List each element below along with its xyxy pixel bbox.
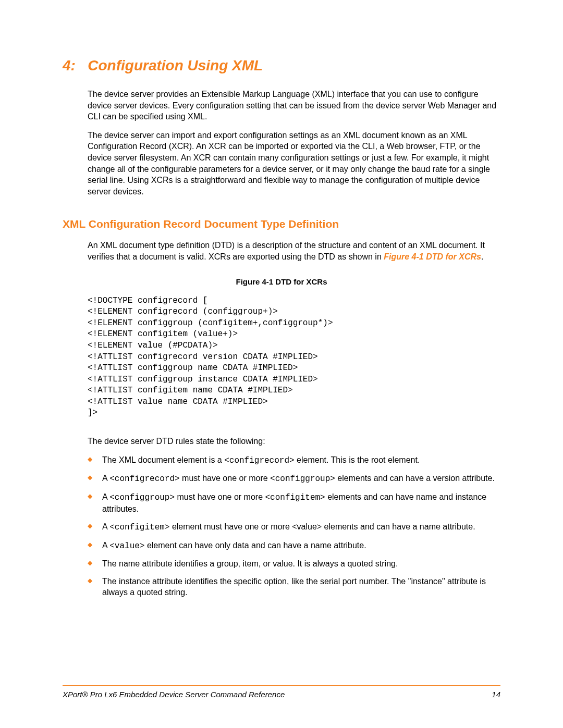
footer-page-number: 14: [492, 690, 500, 699]
list-item: The XML document element is a <configrec…: [88, 454, 500, 467]
chapter-name: Configuration Using XML: [88, 57, 263, 73]
page-footer: XPort® Pro Lx6 Embedded Device Server Co…: [63, 685, 500, 699]
code-inline: <configgroup>: [109, 493, 175, 502]
dtd-code-block: <!DOCTYPE configrecord [ <!ELEMENT confi…: [88, 295, 500, 419]
page-content: 4: Configuration Using XML The device se…: [0, 0, 563, 598]
list-item: A <configgroup> must have one or more <c…: [88, 491, 500, 515]
figure-reference-link[interactable]: Figure 4-1 DTD for XCRs: [384, 252, 481, 261]
list-item: The instance attribute identifies the sp…: [88, 576, 500, 598]
footer-doc-title: XPort® Pro Lx6 Embedded Device Server Co…: [63, 690, 285, 699]
list-item: A <configrecord> must have one or more <…: [88, 473, 500, 485]
section-title: XML Configuration Record Document Type D…: [63, 218, 500, 230]
footer-rule: [63, 685, 500, 686]
code-inline: <configgroup>: [270, 474, 335, 484]
intro-paragraph-2: The device server can import and export …: [88, 130, 500, 198]
code-inline: <value>: [109, 541, 144, 551]
code-inline: <configitem>: [265, 493, 325, 502]
list-item: The name attribute identifies a group, i…: [88, 558, 500, 570]
intro-paragraph-1: The device server provides an Extensible…: [88, 89, 500, 122]
list-item: A <value> element can have only data and…: [88, 540, 500, 552]
rules-list: The XML document element is a <configrec…: [88, 454, 500, 598]
chapter-title: 4: Configuration Using XML: [63, 57, 500, 74]
section-p1-text-b: .: [481, 252, 483, 261]
rules-intro: The device server DTD rules state the fo…: [88, 436, 500, 447]
code-inline: <configitem>: [109, 523, 169, 532]
code-inline: <configrecord>: [224, 456, 294, 465]
code-inline: <configrecord>: [109, 474, 179, 484]
footer-line: XPort® Pro Lx6 Embedded Device Server Co…: [63, 690, 500, 699]
list-item: A <configitem> element must have one or …: [88, 521, 500, 534]
chapter-number: 4:: [63, 57, 76, 73]
section-paragraph-1: An XML document type definition (DTD) is…: [88, 240, 500, 262]
figure-caption: Figure 4-1 DTD for XCRs: [63, 277, 500, 286]
